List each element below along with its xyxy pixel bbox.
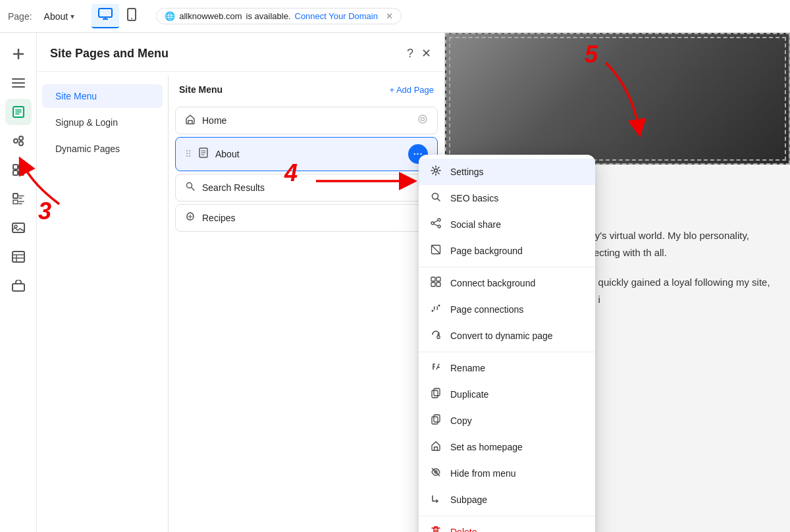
svg-rect-15	[13, 284, 24, 291]
menu-item-delete[interactable]: Delete	[419, 519, 595, 532]
copy-icon	[429, 414, 442, 427]
domain-available-text: is available.	[246, 11, 291, 21]
svg-rect-9	[13, 171, 18, 175]
sidebar-item-data[interactable]	[5, 244, 32, 270]
menu-item-copy[interactable]: Copy	[419, 408, 595, 434]
settings-icon	[429, 165, 442, 178]
svg-rect-31	[436, 282, 440, 286]
menu-item-subpage[interactable]: Subpage	[419, 487, 595, 513]
menu-item-convert-dynamic[interactable]: Convert to dynamic page	[419, 323, 595, 349]
panel-help-button[interactable]: ?	[407, 47, 413, 61]
home-page-icon	[185, 114, 196, 127]
page-item-search-results[interactable]: Search Results	[175, 174, 438, 201]
svg-rect-36	[432, 390, 438, 398]
drag-handle-icon: ⠿	[185, 149, 192, 159]
convert-dynamic-icon	[429, 329, 442, 342]
sidebar-item-add[interactable]	[5, 41, 32, 67]
menu-item-duplicate-label: Duplicate	[450, 389, 488, 400]
page-item-home[interactable]: Home	[175, 107, 438, 134]
menu-divider-1	[419, 267, 595, 267]
svg-point-2	[131, 18, 132, 19]
delete-icon	[429, 525, 442, 532]
svg-point-4	[14, 139, 18, 143]
menu-item-settings[interactable]: Settings	[419, 159, 595, 185]
recipes-page-name: Recipes	[202, 213, 428, 223]
pages-header: Site Menu + Add Page	[169, 75, 444, 104]
menu-item-rename-label: Rename	[450, 363, 485, 373]
hide-from-menu-icon	[429, 467, 442, 480]
menu-item-social-share-label: Social share	[450, 219, 501, 230]
svg-point-26	[438, 225, 440, 228]
svg-rect-8	[19, 165, 24, 169]
page-hero-image	[445, 33, 790, 165]
svg-rect-28	[431, 277, 435, 281]
menu-item-convert-dynamic-label: Convert to dynamic page	[450, 331, 553, 341]
home-page-action-icon	[417, 114, 428, 127]
sidebar-item-business[interactable]	[5, 273, 32, 299]
menu-item-subpage-label: Subpage	[450, 494, 487, 505]
page-label: Page:	[8, 11, 32, 22]
menu-item-delete-label: Delete	[450, 527, 477, 532]
search-results-page-name: Search Results	[202, 182, 411, 193]
set-homepage-icon	[429, 440, 442, 454]
menu-item-page-connections-label: Page connections	[450, 304, 523, 315]
menu-item-connect-background-label: Connect background	[450, 278, 535, 288]
globe-icon: 🌐	[165, 11, 175, 21]
svg-point-25	[431, 222, 434, 225]
svg-point-6	[19, 142, 23, 146]
svg-point-17	[421, 118, 425, 121]
menu-divider-3	[419, 516, 595, 516]
page-item-about[interactable]: ⠿ About ···	[175, 137, 438, 171]
svg-rect-37	[434, 415, 440, 422]
page-item-recipes[interactable]: Recipes	[175, 204, 438, 232]
menu-item-page-connections[interactable]: Page connections	[419, 296, 595, 323]
svg-rect-10	[19, 171, 24, 175]
sidebar-item-media[interactable]	[5, 215, 32, 241]
svg-point-32	[438, 305, 440, 307]
menu-item-connect-background[interactable]: Connect background	[419, 270, 595, 296]
desktop-view-button[interactable]	[92, 4, 119, 28]
sidebar-item-apps[interactable]	[5, 157, 32, 183]
panel-header: Site Pages and Menu ? ✕	[37, 33, 444, 72]
sidebar-item-extensions[interactable]	[5, 186, 32, 212]
pages-area: Site Menu + Add Page Home ⠿ About ···	[169, 75, 444, 532]
menu-item-rename[interactable]: Rename	[419, 355, 595, 381]
svg-point-24	[438, 219, 440, 221]
sidebar-item-design[interactable]	[5, 128, 32, 154]
menu-item-set-homepage-label: Set as homepage	[450, 442, 523, 452]
domain-bar-close-icon[interactable]: ✕	[386, 11, 393, 21]
svg-rect-12	[13, 223, 24, 232]
menu-item-duplicate[interactable]: Duplicate	[419, 381, 595, 408]
rename-icon	[429, 361, 442, 375]
svg-rect-29	[436, 277, 440, 281]
menu-item-page-background[interactable]: Page background	[419, 238, 595, 264]
menu-item-seo[interactable]: SEO basics	[419, 185, 595, 211]
current-page-name: About	[44, 11, 68, 22]
menu-item-hide-from-menu[interactable]: Hide from menu	[419, 460, 595, 487]
context-menu: Settings SEO basics Social share Page ba…	[419, 155, 595, 532]
chevron-down-icon: ▾	[70, 12, 74, 21]
seo-icon	[429, 192, 442, 205]
svg-rect-34	[437, 336, 440, 338]
subnav-site-menu[interactable]: Site Menu	[42, 84, 163, 108]
duplicate-icon	[429, 388, 442, 401]
subnav-signup-login[interactable]: Signup & Login	[42, 111, 163, 134]
panel-close-button[interactable]: ✕	[421, 46, 431, 61]
menu-item-social-share[interactable]: Social share	[419, 211, 595, 238]
menu-item-set-homepage[interactable]: Set as homepage	[419, 434, 595, 460]
subnav-dynamic-pages[interactable]: Dynamic Pages	[42, 137, 163, 161]
svg-point-22	[434, 169, 438, 173]
mobile-view-button[interactable]	[120, 4, 143, 28]
sidebar-item-menu[interactable]	[5, 70, 32, 96]
sidebar-item-pages[interactable]	[5, 99, 32, 125]
device-toggle-group	[92, 4, 143, 28]
svg-rect-11	[13, 194, 18, 198]
page-selector[interactable]: About ▾	[39, 9, 80, 24]
about-page-name: About	[215, 149, 402, 159]
home-page-name: Home	[202, 115, 411, 126]
svg-rect-14	[13, 252, 24, 262]
svg-rect-38	[432, 417, 438, 424]
add-page-button[interactable]: + Add Page	[389, 85, 434, 95]
connect-domain-link[interactable]: Connect Your Domain	[295, 11, 378, 21]
menu-item-page-background-label: Page background	[450, 246, 523, 256]
